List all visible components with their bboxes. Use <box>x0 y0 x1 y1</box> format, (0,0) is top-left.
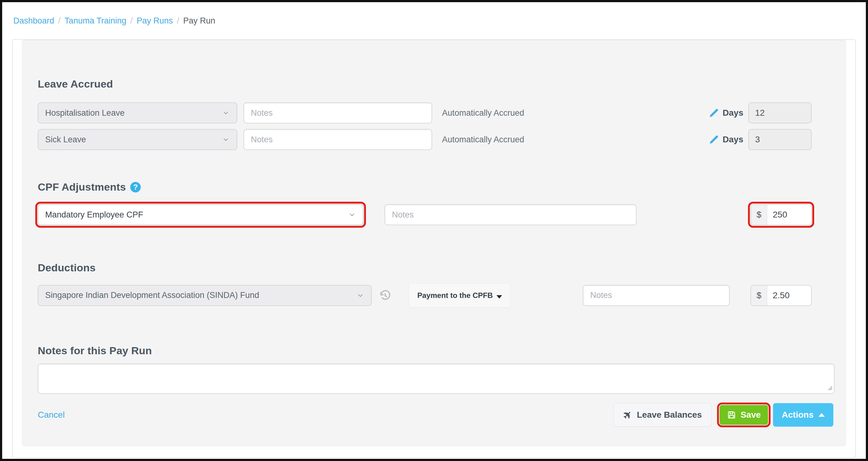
breadcrumb: Dashboard / Tanuma Training / Pay Runs /… <box>13 16 215 26</box>
section-cpf-adjustments: CPF Adjustments ? Mandatory Employee CPF <box>38 181 833 228</box>
pay-run-notes-textarea[interactable] <box>38 364 835 394</box>
screenshot-frame: Dashboard / Tanuma Training / Pay Runs /… <box>0 0 868 461</box>
help-question-icon[interactable]: ? <box>130 182 141 192</box>
days-unit-label: Days <box>723 108 743 118</box>
deduction-amount-input[interactable] <box>767 285 811 305</box>
leave-notes-input[interactable] <box>243 102 432 123</box>
leave-notes-input[interactable] <box>243 129 432 150</box>
leave-balances-label: Leave Balances <box>637 410 702 420</box>
save-button[interactable]: Save <box>719 405 768 425</box>
save-label: Save <box>741 410 761 420</box>
deduction-type-value: Singapore Indian Development Association… <box>45 290 356 300</box>
deduction-type-select[interactable]: Singapore Indian Development Association… <box>38 285 372 306</box>
days-value-input[interactable] <box>748 129 812 150</box>
section-leave-accrued: Leave Accrued Hospitalisation Leave Auto… <box>38 78 833 150</box>
caret-up-icon <box>818 413 825 417</box>
cpf-amount-group: $ <box>750 204 812 225</box>
breadcrumb-pay-runs[interactable]: Pay Runs <box>137 16 173 26</box>
leave-days-slot: Days <box>708 129 812 150</box>
pay-run-notes-title: Notes for this Pay Run <box>38 345 833 357</box>
cpf-adjustments-title: CPF Adjustments <box>38 181 126 193</box>
actions-label: Actions <box>782 410 813 420</box>
chevron-down-icon <box>222 109 230 117</box>
breadcrumb-business[interactable]: Tanuma Training <box>65 16 126 26</box>
leave-accrued-row: Hospitalisation Leave Automatically Accr… <box>38 102 833 123</box>
edit-pencil-icon[interactable] <box>708 107 719 119</box>
days-unit-label: Days <box>723 134 743 145</box>
cpf-notes-input[interactable] <box>384 204 637 225</box>
pay-run-panel: Leave Accrued Hospitalisation Leave Auto… <box>12 39 856 458</box>
save-floppy-icon <box>727 410 736 420</box>
dollar-prefix: $ <box>751 205 767 225</box>
deduction-row: Singapore Indian Development Association… <box>38 283 833 308</box>
breadcrumb-separator: / <box>58 16 61 26</box>
pay-run-form: Leave Accrued Hospitalisation Leave Auto… <box>22 40 846 446</box>
breadcrumb-bar: Dashboard / Tanuma Training / Pay Runs /… <box>2 2 866 39</box>
breadcrumb-dashboard[interactable]: Dashboard <box>13 16 54 26</box>
deduction-amount-slot: $ <box>750 285 812 306</box>
leave-accrued-title: Leave Accrued <box>38 78 833 90</box>
breadcrumb-current-pay-run: Pay Run <box>183 16 215 26</box>
footer-actions-row: Cancel ✈ Leave Balances Save Actions <box>38 402 833 427</box>
breadcrumb-separator: / <box>130 16 133 26</box>
leave-type-value: Sick Leave <box>45 135 222 145</box>
automatically-accrued-label: Automatically Accrued <box>442 108 524 118</box>
chevron-down-icon <box>222 135 230 144</box>
section-pay-run-notes: Notes for this Pay Run <box>38 345 833 395</box>
deduction-amount-group: $ <box>750 285 812 306</box>
dollar-prefix: $ <box>751 285 767 305</box>
cpf-amount-slot: $ <box>750 202 814 228</box>
leave-accrued-row: Sick Leave Automatically Accrued Days <box>38 129 833 150</box>
days-value-input[interactable] <box>748 102 812 123</box>
resize-grip-icon[interactable] <box>827 385 833 392</box>
edit-pencil-icon[interactable] <box>708 134 719 145</box>
automatically-accrued-label: Automatically Accrued <box>442 135 524 145</box>
leave-type-select[interactable]: Sick Leave <box>38 129 237 150</box>
breadcrumb-separator: / <box>177 16 179 26</box>
cpf-amount-input[interactable] <box>767 205 811 225</box>
chevron-down-icon <box>356 291 364 300</box>
section-deductions: Deductions Singapore Indian Development … <box>38 262 833 308</box>
highlight-ring-save-button: Save <box>717 402 771 427</box>
highlight-ring-cpf-amount: $ <box>748 202 814 228</box>
cpf-adjustment-row: Mandatory Employee CPF $ <box>38 202 833 228</box>
payment-destination-label: Payment to the CPFB <box>417 291 493 300</box>
deductions-title: Deductions <box>38 262 833 274</box>
plane-icon: ✈ <box>621 408 634 422</box>
actions-button[interactable]: Actions <box>773 403 833 427</box>
highlight-ring-cpf-select: Mandatory Employee CPF <box>35 202 366 228</box>
leave-type-select[interactable]: Hospitalisation Leave <box>38 102 237 123</box>
cpf-category-select[interactable]: Mandatory Employee CPF <box>38 204 364 225</box>
cancel-link[interactable]: Cancel <box>38 410 65 420</box>
history-icon[interactable] <box>379 289 392 302</box>
deduction-notes-input[interactable] <box>583 285 730 306</box>
cpf-category-value: Mandatory Employee CPF <box>45 210 348 220</box>
leave-balances-button[interactable]: ✈ Leave Balances <box>613 403 711 427</box>
caret-down-icon <box>496 295 502 299</box>
leave-type-value: Hospitalisation Leave <box>45 108 222 118</box>
chevron-down-icon <box>348 211 356 219</box>
leave-days-slot: Days <box>708 102 812 123</box>
payment-destination-dropdown[interactable]: Payment to the CPFB <box>409 283 510 308</box>
